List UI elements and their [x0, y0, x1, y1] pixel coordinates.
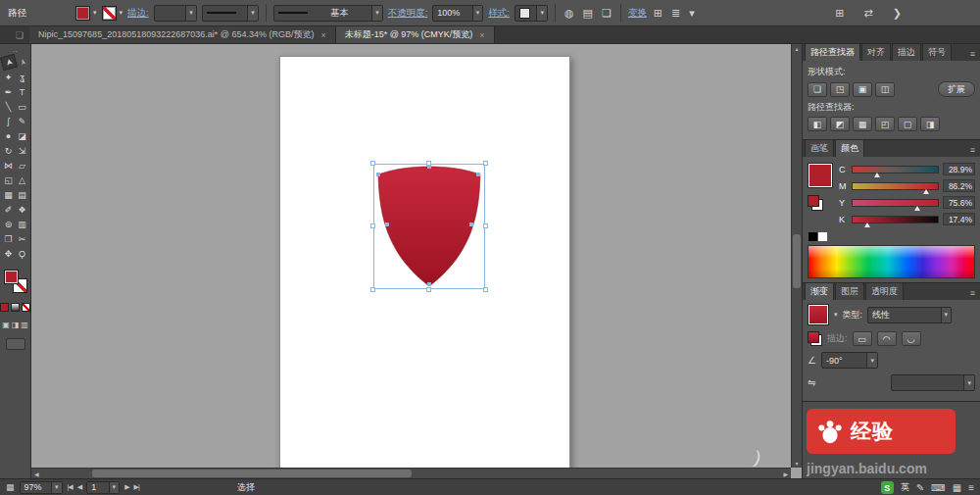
stroke-color-swatch[interactable]	[102, 6, 117, 21]
intersect-button[interactable]: ▣	[853, 82, 872, 97]
dropdown-icon[interactable]: ▾	[109, 482, 120, 493]
tab-gradient[interactable]: 渐变	[805, 282, 834, 300]
vertical-scroll-thumb[interactable]	[793, 234, 801, 288]
stroke-weight-combo[interactable]: ▾	[154, 5, 197, 22]
magic-wand-tool[interactable]: ✦	[2, 70, 16, 84]
style-link[interactable]: 样式:	[488, 7, 510, 20]
stroke-along-button[interactable]: ◠	[877, 331, 897, 346]
yellow-value[interactable]: 75.6%	[943, 196, 975, 209]
ime-board-icon[interactable]: ▦	[953, 482, 961, 493]
draw-inside-icon[interactable]: ▥	[21, 321, 28, 329]
tab-pathfinder[interactable]: 路径查找器	[805, 43, 860, 61]
dropdown-icon[interactable]: ▾	[941, 308, 952, 322]
dropdown-icon[interactable]: ▾	[866, 353, 877, 368]
selection-handle[interactable]	[426, 161, 431, 166]
unite-button[interactable]: ❏	[808, 82, 827, 97]
gradient-swatch-dropdown-icon[interactable]: ▾	[834, 311, 838, 319]
gradient-stop-select[interactable]: ▾	[891, 374, 975, 391]
anchor-point[interactable]	[427, 282, 431, 286]
doc-tab-1[interactable]: Nipic_15097685_20180518093222687036.ai* …	[29, 26, 336, 43]
black-slider[interactable]	[852, 216, 939, 223]
stroke-dropdown-icon[interactable]: ▾	[120, 9, 123, 17]
cyan-slider[interactable]	[852, 166, 939, 173]
rectangle-tool[interactable]: ▭	[16, 99, 29, 114]
lasso-tool[interactable]: ʓ	[16, 70, 29, 84]
magenta-value[interactable]: 86.2%	[943, 179, 975, 192]
ime-menu-icon[interactable]: ≡	[968, 482, 974, 493]
fill-stroke-indicator[interactable]	[4, 270, 27, 293]
gradient-swatch[interactable]	[808, 304, 829, 325]
artboard-tool[interactable]: ❐	[2, 231, 16, 246]
last-artboard-button[interactable]: ▶|	[134, 483, 139, 491]
ime-language[interactable]: 英	[901, 481, 909, 494]
opacity-link[interactable]: 不透明度:	[388, 7, 428, 20]
brush-definition-combo[interactable]: 基本▾	[273, 5, 383, 22]
artboard[interactable]	[279, 56, 570, 471]
perspective-grid-tool[interactable]: △	[16, 173, 29, 187]
dropdown-icon[interactable]: ▾	[472, 6, 483, 21]
dropdown-icon[interactable]: ▾	[963, 375, 974, 390]
tab-brushes[interactable]: 画笔	[805, 139, 834, 157]
selection-handle[interactable]	[426, 287, 431, 292]
selection-handle[interactable]	[483, 161, 488, 166]
yellow-slider[interactable]	[852, 199, 939, 207]
document-setup-icon[interactable]: ◍	[563, 7, 576, 20]
rotate-tool[interactable]: ↻	[2, 143, 16, 158]
slice-tool[interactable]: ✂	[16, 231, 29, 246]
paintbrush-tool[interactable]: ʃ	[2, 114, 16, 128]
dropdown-icon[interactable]: ▾	[536, 6, 547, 21]
selection-handle[interactable]	[370, 161, 375, 166]
canvas[interactable]: ) ▴ ▾ ◀ ▶	[31, 44, 802, 478]
transform-link[interactable]: 变换	[628, 7, 647, 20]
tab-symbols[interactable]: 符号	[922, 43, 952, 61]
panel-menu-icon[interactable]: ≡	[970, 49, 978, 61]
width-tool[interactable]: ⋈	[2, 158, 16, 173]
black-value[interactable]: 17.4%	[943, 213, 975, 225]
white-swatch[interactable]	[817, 231, 828, 242]
trim-button[interactable]: ◩	[830, 117, 850, 131]
anchor-point[interactable]	[469, 223, 473, 226]
swap-workspace-icon[interactable]: ⇄	[862, 7, 875, 20]
tab-scroll-icon[interactable]: ❏	[10, 26, 29, 43]
selection-handle[interactable]	[370, 223, 375, 228]
ime-keyboard-icon[interactable]: ⌨	[931, 482, 945, 493]
exclude-button[interactable]: ◫	[875, 82, 895, 97]
free-transform-tool[interactable]: ▱	[16, 158, 29, 173]
dropdown-icon[interactable]: ▾	[247, 6, 258, 21]
dropdown-icon[interactable]: ▾	[371, 6, 382, 21]
close-tab-icon[interactable]: ×	[479, 30, 484, 40]
horizontal-scroll-thumb[interactable]	[92, 470, 412, 477]
current-color-swatch[interactable]	[808, 163, 833, 188]
scroll-down-icon[interactable]: ▾	[795, 460, 798, 467]
close-tab-icon[interactable]: ×	[320, 30, 325, 40]
tab-align[interactable]: 对齐	[861, 43, 891, 61]
stroke-across-button[interactable]: ◡	[902, 331, 921, 346]
dropdown-icon[interactable]: ▾	[185, 6, 196, 21]
direct-selection-tool[interactable]: ➢	[13, 54, 30, 71]
slider-thumb[interactable]	[874, 173, 880, 177]
slider-thumb[interactable]	[923, 189, 929, 194]
distribute-icon[interactable]: ≣	[669, 7, 682, 20]
zoom-select[interactable]: 97%▾	[20, 481, 63, 494]
scroll-right-icon[interactable]: ▶	[783, 470, 788, 477]
stroke-weight-link[interactable]: 描边:	[127, 7, 149, 20]
tab-layers[interactable]: 图层	[835, 282, 864, 300]
zoom-tool[interactable]: Ϙ	[16, 246, 29, 261]
next-artboard-button[interactable]: ▶	[124, 483, 128, 491]
gradient-tool[interactable]: ▤	[16, 187, 29, 202]
reverse-gradient-icon[interactable]: ⇋	[808, 377, 815, 388]
column-graph-tool[interactable]: ▥	[16, 217, 29, 231]
tab-stroke[interactable]: 描边	[892, 43, 921, 61]
dropdown-icon[interactable]: ▾	[51, 482, 62, 493]
color-spectrum[interactable]	[808, 245, 975, 278]
pencil-tool[interactable]: ✎	[16, 114, 29, 128]
selection-handle[interactable]	[483, 287, 488, 292]
blob-brush-tool[interactable]: ●	[2, 128, 16, 143]
slider-thumb[interactable]	[914, 206, 920, 211]
anchor-point[interactable]	[476, 173, 480, 176]
pen-tool[interactable]: ✒	[2, 84, 16, 99]
gradient-fill-stroke-swatch[interactable]	[808, 331, 822, 346]
slider-thumb[interactable]	[864, 223, 870, 227]
doc-tab-2[interactable]: 未标题-15* @ 97% (CMYK/预览) ×	[336, 26, 495, 43]
tab-transparency[interactable]: 透明度	[865, 282, 904, 300]
